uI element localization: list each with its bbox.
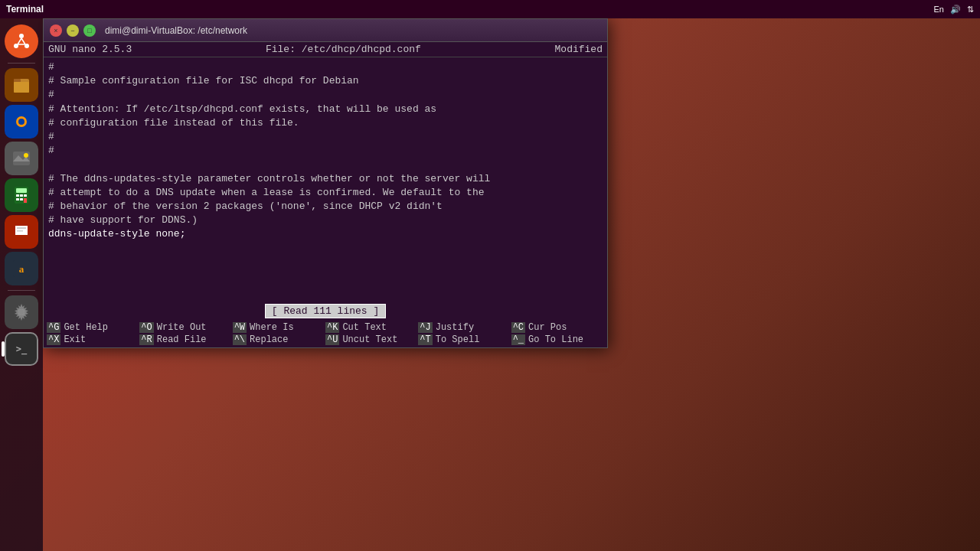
svg-rect-21 [16, 198, 19, 201]
window-title: dimi@dimi-VirtualBox: /etc/network [105, 25, 247, 36]
calc-icon[interactable] [5, 178, 38, 212]
svg-rect-27 [17, 230, 23, 232]
files-manager-icon[interactable] [5, 68, 38, 102]
svg-rect-17 [16, 188, 27, 193]
nano-line: # configuration file instead of this fil… [48, 116, 603, 130]
shortcut-label: Cur Pos [528, 322, 567, 333]
shortcut-item[interactable]: ^WWhere Is [233, 322, 325, 333]
nano-line: # Attention: If /etc/ltsp/dhcpd.conf exi… [48, 103, 603, 116]
nano-status-bar: [ Read 111 lines ] [44, 302, 607, 320]
terminal-window: × − □ dimi@dimi-VirtualBox: /etc/network… [43, 18, 608, 348]
nano-line: # behavior of the version 2 packages ('n… [48, 200, 603, 214]
shortcut-key: ^\ [233, 334, 247, 345]
minimize-button[interactable]: − [67, 24, 79, 37]
shortcut-label: Justify [436, 322, 474, 333]
shortcut-item[interactable]: ^RRead File [139, 334, 232, 345]
shortcut-key: ^_ [511, 334, 525, 345]
ubuntu-dash-icon[interactable] [5, 24, 38, 58]
svg-rect-19 [20, 194, 23, 197]
shortcut-item[interactable]: ^XExit [47, 334, 139, 345]
shortcut-key: ^R [139, 334, 153, 345]
top-bar: Terminal En 🔊 ⇅ [0, 0, 980, 18]
system-settings-icon[interactable] [5, 295, 38, 329]
nano-status-message: [ Read 111 lines ] [265, 304, 386, 318]
shortcut-item[interactable]: ^UUncut Text [325, 334, 418, 345]
shortcut-label: Replace [250, 334, 288, 345]
close-button[interactable]: × [50, 24, 62, 37]
shortcut-label: Read File [157, 334, 207, 345]
title-bar: × − □ dimi@dimi-VirtualBox: /etc/network [44, 19, 607, 42]
shortcut-label: To Spell [436, 334, 480, 345]
shortcut-item[interactable]: ^GGet Help [47, 322, 139, 333]
shortcut-label: Write Out [157, 322, 207, 333]
volume-icon[interactable]: 🔊 [950, 5, 961, 15]
svg-point-31 [18, 309, 24, 315]
shortcut-item[interactable]: ^KCut Text [325, 322, 418, 333]
svg-rect-23 [24, 198, 27, 203]
nano-line: # [48, 60, 603, 74]
top-bar-right: En 🔊 ⇅ [934, 5, 974, 15]
nano-header: GNU nano 2.5.3 File: /etc/dhcp/dhcpd.con… [44, 42, 607, 57]
shortcut-key: ^T [418, 334, 432, 345]
svg-text:a: a [19, 263, 24, 275]
shortcut-label: Where Is [250, 322, 294, 333]
network-icon[interactable]: ⇅ [967, 5, 974, 15]
shortcut-key: ^J [418, 322, 432, 333]
nano-content-area[interactable]: ## Sample configuration file for ISC dhc… [44, 57, 607, 302]
keyboard-layout-indicator[interactable]: En [934, 5, 944, 14]
shortcut-key: ^W [233, 322, 247, 333]
svg-rect-22 [20, 198, 23, 201]
nano-filename: File: /etc/dhcp/dhcpd.conf [266, 44, 421, 55]
nano-line: ddns-update-style none; [48, 227, 603, 241]
nano-line: # [48, 88, 603, 102]
shortcut-key: ^C [511, 322, 525, 333]
shortcut-label: Exit [64, 334, 86, 345]
dock: a >_ [0, 18, 43, 551]
shortcut-item[interactable]: ^_Go To Line [511, 334, 604, 345]
shortcut-item[interactable]: ^CCur Pos [511, 322, 604, 333]
shortcut-key: ^X [47, 334, 60, 345]
shortcut-key: ^G [47, 322, 60, 333]
svg-rect-26 [17, 227, 26, 229]
shortcut-item[interactable]: ^\Replace [233, 334, 325, 345]
nano-line: # [48, 144, 603, 158]
nano-line: # The ddns-updates-style parameter contr… [48, 172, 603, 186]
firefox-icon[interactable] [5, 105, 38, 139]
photos-icon[interactable] [5, 142, 38, 175]
shortcut-row: ^GGet Help^OWrite Out^WWhere Is^KCut Tex… [47, 321, 604, 334]
nano-line: # Sample configuration file for ISC dhcp… [48, 74, 603, 88]
svg-point-1 [19, 34, 24, 38]
shortcut-row: ^XExit^RRead File^\Replace^UUncut Text^T… [47, 334, 604, 346]
shortcut-label: Cut Text [342, 322, 387, 333]
nano-version: GNU nano 2.5.3 [48, 44, 132, 55]
dock-separator-1 [8, 63, 35, 64]
nano-line: # have support for DDNS.) [48, 214, 603, 227]
svg-rect-20 [24, 194, 27, 197]
shortcut-key: ^O [139, 322, 153, 333]
shortcut-label: Get Help [64, 322, 108, 333]
nano-shortcuts: ^GGet Help^OWrite Out^WWhere Is^KCut Tex… [44, 320, 607, 347]
nano-editor[interactable]: GNU nano 2.5.3 File: /etc/dhcp/dhcpd.con… [44, 42, 607, 347]
terminal-dock-icon[interactable]: >_ [5, 332, 38, 366]
impress-icon[interactable] [5, 215, 38, 249]
nano-line [48, 158, 603, 171]
nano-modified: Modified [555, 44, 603, 55]
nano-line: # [48, 130, 603, 144]
shortcut-item[interactable]: ^TTo Spell [418, 334, 511, 345]
shortcut-label: Go To Line [528, 334, 583, 345]
top-bar-title: Terminal [6, 4, 44, 15]
shortcut-key: ^U [325, 334, 339, 345]
maximize-button[interactable]: □ [83, 24, 96, 37]
svg-rect-9 [14, 82, 29, 93]
svg-point-12 [18, 119, 24, 125]
shortcut-key: ^K [325, 322, 339, 333]
dock-separator-2 [8, 290, 35, 291]
svg-point-15 [24, 153, 28, 158]
shortcut-item[interactable]: ^JJustify [418, 322, 511, 333]
shortcut-item[interactable]: ^OWrite Out [139, 322, 232, 333]
nano-line: # attempt to do a DNS update when a leas… [48, 186, 603, 200]
shortcut-label: Uncut Text [342, 334, 397, 345]
svg-rect-18 [16, 194, 19, 197]
amazon-icon[interactable]: a [5, 252, 38, 285]
